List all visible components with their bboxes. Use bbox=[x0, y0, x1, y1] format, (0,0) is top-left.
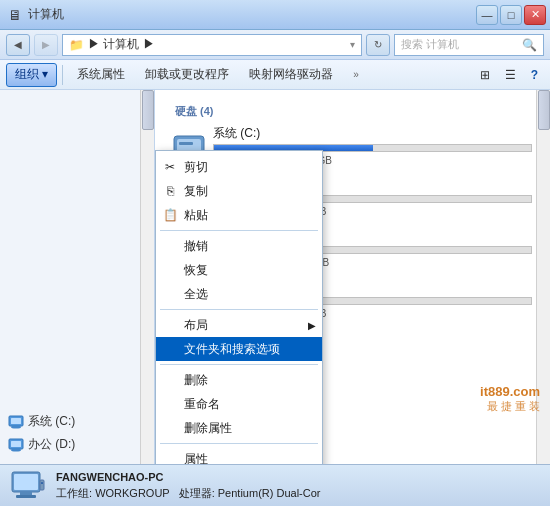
svg-point-2 bbox=[11, 425, 21, 428]
menu-divider-3 bbox=[160, 364, 318, 365]
menu-item-cut-label: 剪切 bbox=[184, 159, 208, 176]
maximize-button[interactable]: □ bbox=[500, 5, 522, 25]
menu-item-copy[interactable]: ⎘ 复制 bbox=[156, 179, 322, 203]
menu-item-cut[interactable]: ✂ 剪切 bbox=[156, 155, 322, 179]
menu-item-copy-label: 复制 bbox=[184, 183, 208, 200]
window-title: 计算机 bbox=[28, 6, 64, 23]
menu-item-redo[interactable]: 恢复 bbox=[156, 258, 322, 282]
svg-rect-30 bbox=[16, 495, 36, 498]
status-bar: FANGWENCHAO-PC 工作组: WORKGROUP 处理器: Penti… bbox=[0, 464, 550, 506]
menu-item-paste[interactable]: 📋 粘贴 bbox=[156, 203, 322, 227]
menu-divider-4 bbox=[160, 443, 318, 444]
view-large-icon[interactable]: ⊞ bbox=[474, 63, 496, 87]
address-dropdown-icon[interactable]: ▾ bbox=[350, 39, 355, 50]
menu-item-paste-label: 粘贴 bbox=[184, 207, 208, 224]
system-properties-button[interactable]: 系统属性 bbox=[68, 63, 134, 87]
sidebar-item-system-c[interactable]: 系统 (C:) bbox=[0, 410, 154, 433]
toolbar: 组织 ▾ 系统属性 卸载或更改程序 映射网络驱动器 » ⊞ ☰ ? bbox=[0, 60, 550, 90]
forward-button[interactable]: ▶ bbox=[34, 34, 58, 56]
processor-value: Pentium(R) Dual-Cor bbox=[218, 487, 321, 499]
toolbar-separator-1 bbox=[62, 65, 63, 85]
sidebar-scrollbar-thumb[interactable] bbox=[142, 90, 154, 130]
paste-icon: 📋 bbox=[162, 207, 178, 223]
menu-divider-1 bbox=[160, 230, 318, 231]
svg-rect-28 bbox=[14, 474, 38, 490]
menu-item-undo[interactable]: 撤销 bbox=[156, 234, 322, 258]
menu-item-redo-label: 恢复 bbox=[184, 262, 208, 279]
submenu-arrow-icon: ▶ bbox=[308, 320, 316, 331]
title-bar-left: 🖥 计算机 bbox=[8, 6, 64, 23]
sidebar-item-office-d[interactable]: 办公 (D:) bbox=[0, 433, 154, 456]
help-button[interactable]: ? bbox=[525, 63, 544, 87]
svg-rect-29 bbox=[20, 492, 32, 495]
cut-icon: ✂ bbox=[162, 159, 178, 175]
menu-item-selectall[interactable]: 全选 bbox=[156, 282, 322, 306]
svg-rect-1 bbox=[11, 418, 21, 424]
workgroup-label: 工作组: bbox=[56, 487, 92, 499]
menu-item-folder-options[interactable]: 文件夹和搜索选项 bbox=[156, 337, 322, 361]
hard-drives-title: 硬盘 (4) bbox=[165, 98, 540, 121]
menu-item-properties[interactable]: 属性 bbox=[156, 447, 322, 464]
close-button[interactable]: ✕ bbox=[524, 5, 546, 25]
watermark-line1: it889.com bbox=[480, 384, 540, 399]
title-bar-controls: — □ ✕ bbox=[476, 5, 546, 25]
menu-item-remove-props[interactable]: 删除属性 bbox=[156, 416, 322, 440]
menu-item-folder-options-label: 文件夹和搜索选项 bbox=[184, 341, 280, 358]
svg-rect-31 bbox=[40, 480, 44, 490]
minimize-button[interactable]: — bbox=[476, 5, 498, 25]
svg-rect-9 bbox=[179, 142, 193, 145]
address-icon: 📁 bbox=[69, 38, 84, 52]
back-button[interactable]: ◀ bbox=[6, 34, 30, 56]
menu-item-remove-props-label: 删除属性 bbox=[184, 420, 232, 437]
content-scrollbar-thumb[interactable] bbox=[538, 90, 550, 130]
svg-point-5 bbox=[11, 448, 21, 451]
folder-icon: 🖥 bbox=[8, 7, 22, 23]
menu-item-selectall-label: 全选 bbox=[184, 286, 208, 303]
refresh-button[interactable]: ↻ bbox=[366, 34, 390, 56]
menu-item-rename[interactable]: 重命名 bbox=[156, 392, 322, 416]
pc-icon bbox=[10, 470, 46, 502]
copy-icon: ⎘ bbox=[162, 183, 178, 199]
view-list-icon[interactable]: ☰ bbox=[499, 63, 522, 87]
sidebar-drive-d-label: 办公 (D:) bbox=[28, 436, 75, 453]
status-pc-name: FANGWENCHAO-PC bbox=[56, 470, 320, 485]
processor-label: 处理器: bbox=[179, 487, 215, 499]
menu-item-layout[interactable]: 布局 ▶ bbox=[156, 313, 322, 337]
svg-rect-4 bbox=[11, 441, 21, 447]
watermark: it889.com 最 捷 重 装 bbox=[480, 384, 540, 414]
menu-item-undo-label: 撤销 bbox=[184, 238, 208, 255]
svg-rect-32 bbox=[41, 482, 43, 484]
dropdown-menu: ✂ 剪切 ⎘ 复制 📋 粘贴 撤销 恢复 bbox=[155, 150, 323, 464]
search-placeholder: 搜索 计算机 bbox=[401, 37, 459, 52]
more-button[interactable]: » bbox=[344, 63, 368, 87]
sidebar-drive-c-label: 系统 (C:) bbox=[28, 413, 75, 430]
menu-item-rename-label: 重命名 bbox=[184, 396, 220, 413]
sidebar-scrollbar[interactable] bbox=[140, 90, 154, 464]
drive-c-name: 系统 (C:) bbox=[213, 125, 532, 142]
sidebar: 系统 (C:) 办公 (D:) bbox=[0, 90, 155, 464]
address-path: ▶ 计算机 ▶ bbox=[88, 36, 155, 53]
main-area: 系统 (C:) 办公 (D:) 硬盘 (4) bbox=[0, 90, 550, 464]
menu-item-delete-label: 删除 bbox=[184, 372, 208, 389]
workgroup-value: WORKGROUP bbox=[95, 487, 169, 499]
search-icon[interactable]: 🔍 bbox=[522, 38, 537, 52]
menu-item-layout-label: 布局 bbox=[184, 317, 208, 334]
search-box[interactable]: 搜索 计算机 🔍 bbox=[394, 34, 544, 56]
address-input[interactable]: 📁 ▶ 计算机 ▶ ▾ bbox=[62, 34, 362, 56]
organize-button[interactable]: 组织 ▾ bbox=[6, 63, 57, 87]
sidebar-drive-d-icon bbox=[8, 437, 24, 453]
menu-item-delete[interactable]: 删除 bbox=[156, 368, 322, 392]
title-bar: 🖥 计算机 — □ ✕ bbox=[0, 0, 550, 30]
status-details: 工作组: WORKGROUP 处理器: Pentium(R) Dual-Cor bbox=[56, 486, 320, 501]
menu-divider-2 bbox=[160, 309, 318, 310]
sidebar-drive-c-icon bbox=[8, 414, 24, 430]
status-info: FANGWENCHAO-PC 工作组: WORKGROUP 处理器: Penti… bbox=[56, 470, 320, 501]
map-drive-button[interactable]: 映射网络驱动器 bbox=[240, 63, 342, 87]
menu-item-properties-label: 属性 bbox=[184, 451, 208, 465]
watermark-line2: 最 捷 重 装 bbox=[480, 399, 540, 414]
uninstall-button[interactable]: 卸载或更改程序 bbox=[136, 63, 238, 87]
content-area: 硬盘 (4) 系统 (C:) 24.8 GB 可用，共 50.0 GB bbox=[155, 90, 550, 464]
address-bar: ◀ ▶ 📁 ▶ 计算机 ▶ ▾ ↻ 搜索 计算机 🔍 bbox=[0, 30, 550, 60]
